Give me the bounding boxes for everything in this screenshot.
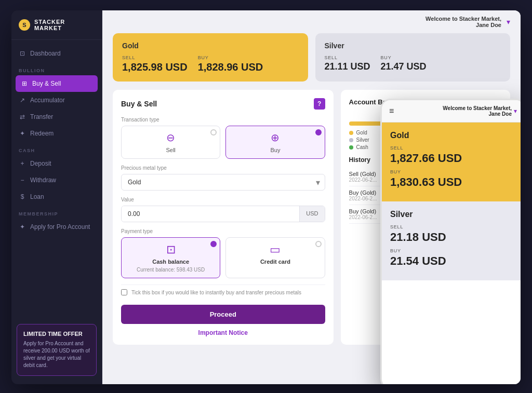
payment-options: ⊡ Cash balance Current balance: 598.43 U… [121,237,325,278]
silver-price-card: Silver SELL 21.11 USD BUY 21.47 USD [315,33,511,82]
app-container: S STACKER MARKET ⊡ Dashboard BULLION ⊞ B… [11,10,521,384]
sidebar-item-buy-sell[interactable]: ⊞ Buy & Sell [16,75,98,92]
section-label-bullion: BULLION [11,62,102,75]
mobile-header: ≡ Welcome to Stacker Market, Jane Doe ▾ [382,100,521,123]
instant-transfer-row: Tick this box if you would like to insta… [121,284,325,300]
value-input-group: USD [121,206,325,222]
credit-card-option[interactable]: ▭ Credit card [225,237,325,278]
credit-radio[interactable] [315,241,322,247]
metal-type-label: Precious metal type [121,165,325,171]
mobile-silver-card: Silver SELL 21.18 USD BUY 21.54 USD [382,201,521,280]
promo-text: Apply for Pro Account and receive 200.00… [23,340,90,369]
sidebar: S STACKER MARKET ⊡ Dashboard BULLION ⊞ B… [11,10,102,384]
legend-cash-dot [349,145,353,150]
greeting-text: Welcome to Stacker Market, [425,16,501,22]
logo-area: S STACKER MARKET [11,10,102,40]
promo-box: LIMITED TIME OFFER Apply for Pro Account… [17,324,97,376]
value-input[interactable] [122,206,299,222]
mobile-gold-card: Gold SELL 1,827.66 USD BUY 1,830.63 USD [382,123,521,201]
sell-radio[interactable] [210,129,217,135]
checkbox-label: Tick this box if you would like to insta… [131,290,301,295]
mobile-menu-icon[interactable]: ≡ [389,106,394,116]
mobile-silver-buy: BUY 21.54 USD [390,248,516,268]
metal-select[interactable]: Gold Silver [121,174,325,191]
mobile-body: Gold SELL 1,827.66 USD BUY 1,830.63 USD … [382,123,521,384]
promo-title: LIMITED TIME OFFER [23,331,90,337]
sell-option[interactable]: ⊖ Sell [121,126,220,159]
gold-buy: BUY 1,828.96 USD [198,55,263,73]
sidebar-item-loan[interactable]: $ Loan [11,188,102,205]
legend-gold-dot [349,131,353,135]
user-greeting: Welcome to Stacker Market, Jane Doe [425,16,501,28]
buy-sell-icon: ⊞ [21,80,28,87]
silver-sell: SELL 21.11 USD [325,55,370,72]
pro-icon: ✦ [19,223,26,231]
sidebar-item-withdraw[interactable]: − Withdraw [11,172,102,188]
cash-balance-option[interactable]: ⊡ Cash balance Current balance: 598.43 U… [121,237,220,278]
mobile-dropdown-arrow[interactable]: ▾ [514,107,517,115]
logo-icon: S [19,19,30,31]
buy-sell-panel: Buy & Sell ? Transaction type ⊖ Sell [113,90,334,345]
app-name: STACKER MARKET [34,19,95,31]
sidebar-item-deposit[interactable]: + Deposit [11,155,102,172]
silver-title: Silver [325,42,501,50]
buy-option[interactable]: ⊕ Buy [225,126,325,159]
sidebar-item-dashboard[interactable]: ⊡ Dashboard [11,45,102,62]
help-button[interactable]: ? [314,98,325,110]
sidebar-item-pro-account[interactable]: ✦ Apply for Pro Account [11,219,102,235]
mobile-overlay: ≡ Welcome to Stacker Market, Jane Doe ▾ … [380,99,521,384]
sidebar-item-redeem[interactable]: ✦ Redeem [11,125,102,142]
user-name: Jane Doe [425,22,501,28]
cash-radio[interactable] [210,241,217,247]
sell-label: Sell [166,147,175,153]
payment-label: Payment type [121,228,325,234]
sidebar-item-accumulator[interactable]: ↗ Accumulator [11,92,102,109]
metal-type-group: Precious metal type Gold Silver ▾ [121,165,325,191]
mobile-gold-title: Gold [390,131,516,140]
mobile-silver-title: Silver [390,210,516,219]
loan-icon: $ [19,193,26,200]
payment-type-group: Payment type ⊡ Cash balance Current bala… [121,228,325,278]
credit-label: Credit card [260,259,290,265]
mobile-gold-buy: BUY 1,830.63 USD [390,169,516,189]
transaction-options: ⊖ Sell ⊕ Buy [121,126,325,159]
silver-buy: BUY 21.47 USD [381,55,427,72]
proceed-button[interactable]: Proceed [121,305,325,324]
redeem-icon: ✦ [19,130,26,137]
section-label-membership: MEMBERSHIP [11,205,102,219]
important-notice: Important Notice [121,329,325,336]
buy-label: Buy [270,147,280,153]
panel-title: Buy & Sell [121,100,157,108]
value-group: Value USD [121,197,325,222]
gold-price-card: Gold SELL 1,825.98 USD BUY 1,828.96 USD [113,33,308,82]
gold-title: Gold [122,42,299,50]
sidebar-nav: ⊡ Dashboard BULLION ⊞ Buy & Sell ↗ Accum… [11,40,102,319]
transfer-icon: ⇄ [19,113,26,120]
dashboard-icon: ⊡ [19,50,26,57]
buy-icon: ⊕ [271,131,280,144]
price-cards: Gold SELL 1,825.98 USD BUY 1,828.96 USD … [113,33,510,82]
withdraw-icon: − [19,177,26,184]
main-header: Welcome to Stacker Market, Jane Doe ▾ [102,10,521,33]
credit-icon: ▭ [270,243,281,256]
gold-values: SELL 1,825.98 USD BUY 1,828.96 USD [122,55,299,73]
accumulator-icon: ↗ [19,97,26,104]
silver-values: SELL 21.11 USD BUY 21.47 USD [325,55,501,72]
cash-icon: ⊡ [166,243,176,256]
metal-select-wrapper: Gold Silver ▾ [121,174,325,191]
mobile-greeting: Welcome to Stacker Market, Jane Doe [443,105,512,117]
legend-silver-dot [349,138,353,142]
deposit-icon: + [19,160,26,167]
cash-label: Cash balance [152,259,189,265]
buy-radio[interactable] [315,129,322,135]
cash-sublabel: Current balance: 598.43 USD [137,267,205,273]
gold-sell: SELL 1,825.98 USD [122,55,188,73]
value-label: Value [121,197,325,202]
transaction-type-group: Transaction type ⊖ Sell ⊕ Buy [121,117,325,159]
sell-icon: ⊖ [166,131,175,144]
instant-transfer-checkbox[interactable] [121,289,127,295]
transaction-label: Transaction type [121,117,325,123]
user-dropdown-arrow[interactable]: ▾ [507,18,510,26]
mobile-gold-sell: SELL 1,827.66 USD [390,145,516,165]
sidebar-item-transfer[interactable]: ⇄ Transfer [11,109,102,125]
